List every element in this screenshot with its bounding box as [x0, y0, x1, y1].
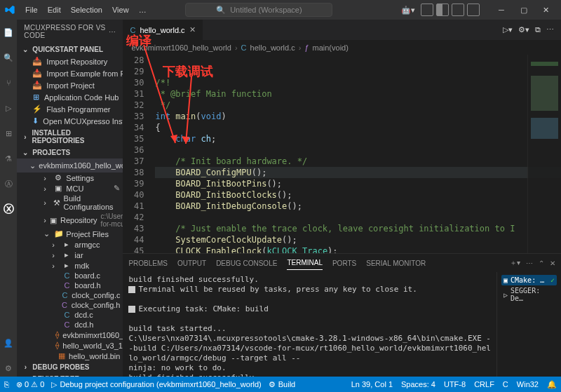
panel-add-icon[interactable]: ＋▾	[510, 258, 520, 268]
layout-toggle-3[interactable]	[452, 4, 464, 16]
terminal-instance-1[interactable]: ▷SEGGER: De…	[501, 285, 557, 304]
project-child-1[interactable]: ›▣MCU✎	[22, 183, 123, 194]
status-errors[interactable]: ⊗ 0 ⚠ 0	[16, 380, 44, 389]
window-close[interactable]: ✕	[536, 3, 557, 17]
breadcrumb-symbol[interactable]: main(void)	[313, 43, 349, 52]
project-file-0[interactable]: ›▸armgcc	[20, 239, 123, 250]
project-file-8[interactable]: Cdcd.h	[20, 320, 123, 330]
code-line-40[interactable]: BOARD_InitBootClocks();	[155, 189, 561, 201]
project-file-9[interactable]: ⟠evkbmimxrt1060_sdram_init.jlinkscript	[20, 330, 123, 340]
menu-edit[interactable]: Edit	[43, 4, 65, 16]
project-file-6[interactable]: Cclock_config.h	[20, 300, 123, 310]
code-line-45[interactable]: CLOCK_EnableClock(kCLOCK_Trace);	[155, 245, 561, 253]
project-child-2[interactable]: ›⚒Build Configurations	[22, 194, 123, 212]
panel-tab-problems[interactable]: PROBLEMS	[128, 257, 168, 270]
terminal-instance-0[interactable]: ▣CMake: …✓	[501, 275, 557, 285]
code-line-39[interactable]: BOARD_InitBootPins();	[155, 178, 561, 189]
code-line-44[interactable]: SystemCoreClockUpdate();	[155, 234, 561, 245]
project-file-7[interactable]: Cdcd.c	[20, 310, 123, 320]
status-remote-icon[interactable]: ⎘	[4, 380, 9, 388]
code-line-43[interactable]: /* Just enable the trace clock, leave co…	[155, 223, 561, 234]
extensions-icon[interactable]: ⊞	[0, 125, 17, 142]
window-minimize[interactable]: ─	[491, 3, 512, 17]
run-dropdown-icon[interactable]: ▷▾	[503, 25, 513, 34]
command-center[interactable]: 🔍 Untitled (Workspace)	[185, 3, 332, 17]
quickstart-item-5[interactable]: ⬇Open MCUXpresso Installer	[17, 115, 123, 127]
split-editor-icon[interactable]: ⧉	[535, 25, 541, 34]
mcuxpresso-icon[interactable]: ⓧ	[0, 201, 17, 217]
layout-toggle-1[interactable]	[421, 4, 433, 16]
quickstart-item-2[interactable]: 📥Import Project	[17, 79, 123, 91]
project-file-2[interactable]: ›▸mdk	[20, 260, 123, 271]
editor-more-icon[interactable]: ⋯	[546, 25, 554, 34]
code-line-32[interactable]: */	[155, 100, 561, 111]
project-file-3[interactable]: Cboard.c	[20, 271, 123, 281]
quickstart-item-1[interactable]: 📥Import Example from Repository	[17, 67, 123, 79]
status-build[interactable]: ⚙ Build	[269, 380, 295, 389]
breadcrumb-folder[interactable]: evkbmimxrt1060_hello_world	[131, 43, 231, 52]
menu-more[interactable]: …	[135, 4, 151, 16]
breadcrumb-file[interactable]: hello_world.c	[250, 43, 295, 52]
explorer-icon[interactable]: 📄	[0, 24, 17, 41]
panel-tab-terminal[interactable]: TERMINAL	[287, 256, 323, 270]
panel-more-icon[interactable]: ⋯	[526, 259, 533, 267]
code-line-35[interactable]: char ch;	[155, 133, 561, 144]
edit-icon[interactable]: ✎	[114, 184, 120, 193]
editor-settings-icon[interactable]: ⚙▾	[518, 25, 529, 34]
sidebar-more-icon[interactable]: ⋯	[109, 28, 116, 36]
code-line-34[interactable]: {	[155, 122, 561, 133]
status-win32[interactable]: Win32	[517, 380, 539, 388]
project-row[interactable]: ⌄ evkbmimx1060_hello_world MCUX… 🛠 ▶ ⧉ ⚙	[17, 158, 123, 173]
status-encoding[interactable]: UTF-8	[444, 380, 466, 388]
testing-icon[interactable]: ⚗	[0, 150, 17, 167]
project-child-3[interactable]: ›▣Repository c:\Users\nxa07314\vscode-fo…	[22, 212, 123, 229]
project-child-4[interactable]: ⌄📁Project Files	[22, 229, 123, 239]
section-debug-probes[interactable]: ›DEBUG PROBES	[17, 361, 123, 373]
terminal[interactable]: build finished successfully.Terminal wil…	[123, 272, 496, 377]
project-file-11[interactable]: ▦hello_world.bin	[20, 351, 123, 361]
quickstart-item-0[interactable]: 📥Import Repository	[17, 55, 123, 67]
source-control-icon[interactable]: ⑂	[0, 74, 17, 91]
quickstart-item-3[interactable]: ⊞Application Code Hub	[17, 91, 123, 103]
code-line-33[interactable]: int main(void)	[155, 111, 561, 122]
tab-close-icon[interactable]: ✕	[189, 25, 196, 34]
copilot-icon[interactable]: 🤖▾	[401, 6, 415, 15]
layout-toggle-2[interactable]	[436, 4, 449, 16]
project-child-0[interactable]: ›⚙Settings	[22, 173, 123, 183]
project-file-1[interactable]: ›▸iar	[20, 250, 123, 260]
code-line-31[interactable]: * @brief Main function	[155, 88, 561, 100]
section-quickstart[interactable]: ⌄QUICKSTART PANEL	[17, 43, 123, 55]
menu-selection[interactable]: Selection	[67, 4, 107, 16]
section-device-tree[interactable]: ›DEVICE TREE	[17, 373, 123, 377]
code-editor[interactable]: 2829303132333435363738394041424344454647…	[123, 55, 561, 253]
run-debug-icon[interactable]: ▷	[0, 100, 17, 116]
panel-tab-ports[interactable]: PORTS	[332, 257, 356, 270]
status-notifications-icon[interactable]: 🔔	[547, 380, 557, 389]
tab-hello-world[interactable]: C hello_world.c ✕	[123, 20, 203, 40]
panel-maximize-icon[interactable]: ⌃	[539, 259, 544, 267]
panel-close-icon[interactable]: ✕	[550, 259, 555, 267]
code-line-28[interactable]	[155, 55, 561, 66]
code-line-36[interactable]	[155, 144, 561, 156]
search-activity-icon[interactable]: 🔍	[0, 49, 17, 66]
menu-file[interactable]: File	[21, 4, 42, 16]
layout-toggle-4[interactable]	[467, 4, 480, 16]
status-debug-config[interactable]: ▷ Debug project configuration (evkbmimxr…	[51, 380, 261, 389]
code-line-29[interactable]	[155, 66, 561, 77]
settings-gear-icon[interactable]: ⚙	[0, 360, 17, 377]
project-file-4[interactable]: Cboard.h	[20, 281, 123, 290]
accounts-icon[interactable]: 👤	[0, 334, 17, 351]
status-spaces[interactable]: Spaces: 4	[401, 380, 435, 388]
section-projects[interactable]: ⌄PROJECTS	[17, 147, 123, 158]
panel-tab-serial-monitor[interactable]: SERIAL MONITOR	[366, 257, 426, 270]
project-file-10[interactable]: ⟠hello_world_v3_14.xml	[20, 340, 123, 351]
code-line-42[interactable]	[155, 212, 561, 223]
status-lang[interactable]: C	[503, 380, 508, 388]
section-installed[interactable]: ›INSTALLED REPOSITORIES	[17, 127, 123, 147]
code-line-30[interactable]: /*!	[155, 77, 561, 88]
status-eol[interactable]: CRLF	[474, 380, 494, 388]
panel-tab-output[interactable]: OUTPUT	[177, 257, 206, 270]
code-line-38[interactable]: BOARD_ConfigMPU();	[155, 167, 561, 178]
code-line-41[interactable]: BOARD_InitDebugConsole();	[155, 201, 561, 212]
code-line-37[interactable]: /* Init board hardware. */	[155, 156, 561, 167]
